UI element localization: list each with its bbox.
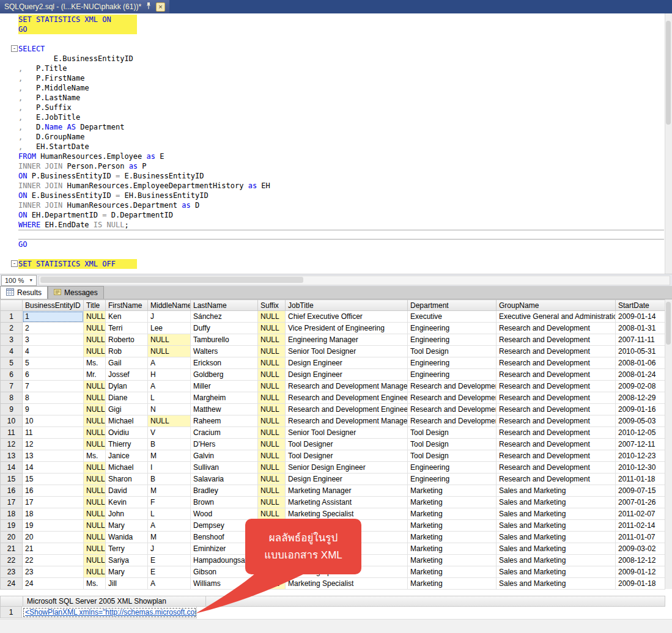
cell[interactable]: NULL xyxy=(84,462,106,474)
cell[interactable]: Vice President of Engineering xyxy=(286,323,408,334)
cell[interactable]: Research and Development xyxy=(408,392,497,404)
cell[interactable]: Gail xyxy=(106,357,148,369)
cell[interactable]: Research and Development xyxy=(408,381,497,392)
cell[interactable]: NULL xyxy=(84,497,106,508)
column-header-lastname[interactable]: LastName xyxy=(191,300,258,311)
cell[interactable]: 8 xyxy=(23,392,84,404)
row-number[interactable]: 7 xyxy=(1,381,23,392)
cell[interactable]: 2008-01-31 xyxy=(616,323,665,334)
cell[interactable]: Ms. xyxy=(84,450,106,462)
cell[interactable]: 2009-01-12 xyxy=(616,566,665,578)
row-number[interactable]: 23 xyxy=(1,566,23,578)
cell[interactable]: NULL xyxy=(258,578,286,590)
cell[interactable]: Research and Development xyxy=(497,381,616,392)
cell[interactable]: Executive xyxy=(408,311,497,323)
grid-corner[interactable] xyxy=(1,596,23,606)
cell[interactable]: A xyxy=(148,520,191,532)
cell[interactable]: Sales and Marketing xyxy=(497,555,616,566)
cell[interactable]: 7 xyxy=(23,381,84,392)
cell[interactable]: Williams xyxy=(191,578,258,590)
cell[interactable]: NULL xyxy=(258,381,286,392)
cell[interactable]: Research and Development xyxy=(408,404,497,415)
cell[interactable]: NULL xyxy=(148,415,191,427)
cell[interactable]: Bradley xyxy=(191,485,258,497)
cell[interactable]: Marketing xyxy=(408,555,497,566)
cell[interactable]: Research and Development xyxy=(497,474,616,485)
cell[interactable]: Marketing Specialist xyxy=(286,508,408,520)
cell[interactable]: B xyxy=(148,439,191,450)
cell[interactable]: Sales and Marketing xyxy=(497,566,616,578)
editor-line[interactable]: ON EH.DepartmentID = D.DepartmentID xyxy=(0,210,672,220)
cell[interactable]: Design Engineer xyxy=(286,357,408,369)
cell[interactable]: Mary xyxy=(106,520,148,532)
row-number[interactable]: 13 xyxy=(1,450,23,462)
cell[interactable]: David xyxy=(106,485,148,497)
cell[interactable]: J xyxy=(148,311,191,323)
cell[interactable]: Marketing Specialist xyxy=(286,578,408,590)
cell[interactable]: Mr. xyxy=(84,369,106,381)
editor-line[interactable]: FROM HumanResources.Employee as E xyxy=(0,152,672,161)
showplan-link[interactable]: <ShowPlanXML xmlns="http://schemas.micro… xyxy=(25,608,197,617)
cell[interactable]: Research and Development xyxy=(497,404,616,415)
cell[interactable]: NULL xyxy=(84,543,106,555)
fold-collapse-icon[interactable]: - xyxy=(11,260,18,267)
cell[interactable]: Marketing Manager xyxy=(286,485,408,497)
cell[interactable]: 2010-05-31 xyxy=(616,346,665,357)
fold-collapse-icon[interactable]: - xyxy=(11,45,18,52)
cell[interactable]: Engineering xyxy=(408,323,497,334)
cell[interactable]: Gigi xyxy=(106,404,148,415)
cell[interactable]: 15 xyxy=(23,474,84,485)
cell[interactable]: Research and Development xyxy=(497,462,616,474)
cell[interactable]: Senior Tool Designer xyxy=(286,427,408,439)
cell[interactable]: NULL xyxy=(258,404,286,415)
column-header-businessentityid[interactable]: BusinessEntityID xyxy=(23,300,84,311)
column-header-jobtitle[interactable]: JobTitle xyxy=(286,300,408,311)
cell[interactable]: Engineering xyxy=(408,369,497,381)
cell[interactable]: B xyxy=(148,474,191,485)
cell[interactable]: NULL xyxy=(84,334,106,346)
row-number[interactable]: 21 xyxy=(1,543,23,555)
row-number[interactable]: 3 xyxy=(1,334,23,346)
cell[interactable]: NULL xyxy=(84,381,106,392)
row-number[interactable]: 8 xyxy=(1,392,23,404)
editor-line[interactable]: ON P.BusinessEntityID = E.BusinessEntity… xyxy=(0,171,672,181)
cell[interactable]: Research and Development xyxy=(497,450,616,462)
cell[interactable]: Cracium xyxy=(191,427,258,439)
editor-line[interactable]: WHERE EH.EndDate IS NULL; xyxy=(0,220,672,230)
row-number[interactable]: 14 xyxy=(1,462,23,474)
cell[interactable]: 2009-02-08 xyxy=(616,381,665,392)
cell[interactable]: Senior Tool Designer xyxy=(286,346,408,357)
cell[interactable]: 2010-12-05 xyxy=(616,427,665,439)
cell[interactable]: NULL xyxy=(258,311,286,323)
cell[interactable]: Sharon xyxy=(106,474,148,485)
cell[interactable]: Marketing xyxy=(408,508,497,520)
cell[interactable]: Duffy xyxy=(191,323,258,334)
column-header-department[interactable]: Department xyxy=(408,300,497,311)
cell[interactable]: A xyxy=(148,381,191,392)
cell[interactable]: 19 xyxy=(23,520,84,532)
cell[interactable]: NULL xyxy=(258,439,286,450)
editor-line[interactable]: , E.JobTitle xyxy=(0,112,672,122)
cell[interactable]: Research and Development Manager xyxy=(286,415,408,427)
cell[interactable]: Sánchez xyxy=(191,311,258,323)
cell[interactable]: NULL xyxy=(258,474,286,485)
cell[interactable]: 12 xyxy=(23,439,84,450)
cell[interactable]: 2009-01-18 xyxy=(616,578,665,590)
cell[interactable]: Tamburello xyxy=(191,334,258,346)
cell[interactable]: 20 xyxy=(23,532,84,543)
editor-horizontal-scrollbar[interactable] xyxy=(39,276,670,285)
cell[interactable]: H xyxy=(148,369,191,381)
cell[interactable]: 2007-12-11 xyxy=(616,439,665,450)
cell[interactable]: NULL xyxy=(258,450,286,462)
cell[interactable]: L xyxy=(148,392,191,404)
cell[interactable]: Raheem xyxy=(191,415,258,427)
cell[interactable]: Ovidiu xyxy=(106,427,148,439)
cell[interactable]: NULL xyxy=(84,520,106,532)
cell[interactable]: 2008-01-24 xyxy=(616,369,665,381)
editor-line[interactable]: , P.MiddleName xyxy=(0,83,672,93)
cell[interactable]: 9 xyxy=(23,404,84,415)
cell[interactable]: Margheim xyxy=(191,392,258,404)
cell[interactable]: Sales and Marketing xyxy=(497,578,616,590)
cell[interactable]: Mary xyxy=(106,566,148,578)
cell[interactable]: Engineering xyxy=(408,474,497,485)
